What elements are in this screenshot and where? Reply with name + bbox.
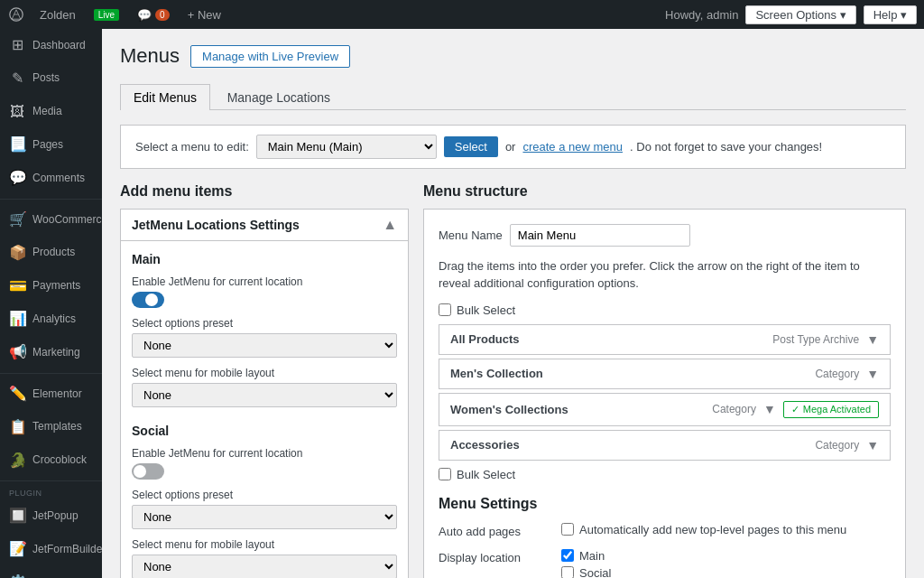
main-enable-toggle[interactable] bbox=[132, 292, 164, 308]
sidebar-item-jetpopup[interactable]: 🔲 JetPopup bbox=[0, 499, 102, 533]
new-content-link[interactable]: + New bbox=[184, 0, 225, 29]
jetengine-icon: ⚙️ bbox=[9, 573, 25, 578]
sidebar-item-products[interactable]: 📦 Products bbox=[0, 237, 102, 270]
jetmenu-postbox-header[interactable]: JetMenu Locations Settings ▲ bbox=[121, 210, 408, 241]
sidebar-item-crocoblock[interactable]: 🐊 Crocoblock bbox=[0, 444, 102, 478]
sidebar-item-payments[interactable]: 💳 Payments bbox=[0, 270, 102, 303]
sidebar-item-comments[interactable]: 💬 Comments bbox=[0, 162, 102, 195]
sidebar-item-pages[interactable]: 📃 Pages bbox=[0, 128, 102, 162]
menu-item-womens-collections[interactable]: Women's Collections Category ▼ ✓ Mega Ac… bbox=[439, 393, 891, 426]
menu-item-name-3: Accessories bbox=[450, 438, 520, 452]
pages-icon: 📃 bbox=[9, 135, 25, 154]
sidebar-item-elementor[interactable]: ✏️ Elementor bbox=[0, 378, 102, 411]
tab-edit-menus[interactable]: Edit Menus bbox=[120, 84, 210, 110]
menu-item-name-2: Women's Collections bbox=[450, 403, 568, 416]
wp-logo[interactable] bbox=[7, 5, 25, 23]
sidebar-item-media[interactable]: 🖼 Media bbox=[0, 96, 102, 129]
bulk-select-bottom: Bulk Select bbox=[439, 468, 891, 481]
sidebar-item-jetformbuilder[interactable]: 📝 JetFormBuilder bbox=[0, 533, 102, 566]
save-reminder-text: . Do not forget to save your changes! bbox=[630, 140, 822, 154]
social-preset-label: Select options preset bbox=[132, 489, 397, 501]
menu-item-arrow-2[interactable]: ▼ bbox=[763, 402, 776, 416]
sidebar-item-posts[interactable]: ✎ Posts bbox=[0, 62, 102, 96]
screen-options-btn[interactable]: Screen Options ▾ bbox=[745, 5, 855, 24]
site-name[interactable]: Zolden bbox=[36, 0, 79, 29]
menu-item-type-0: Post Type Archive bbox=[772, 333, 859, 346]
social-enable-label: Enable JetMenu for current location bbox=[132, 447, 397, 460]
menu-item-right-2: Category ▼ ✓ Mega Activated bbox=[712, 401, 879, 418]
elementor-icon: ✏️ bbox=[9, 385, 25, 404]
menu-item-arrow-0[interactable]: ▼ bbox=[866, 332, 879, 347]
menu-structure-box: Menu Name Drag the items into the order … bbox=[423, 209, 906, 578]
live-badge: Live bbox=[94, 9, 119, 21]
page-title: Menus bbox=[120, 43, 180, 70]
auto-add-value: Automatically add new top-level pages to… bbox=[561, 523, 846, 540]
main-section-title: Main bbox=[132, 252, 397, 266]
drag-instruction: Drag the items into the order you prefer… bbox=[439, 257, 891, 293]
bulk-label-bottom: Bulk Select bbox=[457, 468, 515, 481]
jetformbuilder-icon: 📝 bbox=[9, 540, 25, 559]
mega-activated-badge: ✓ Mega Activated bbox=[783, 401, 879, 418]
bulk-select-top: Bulk Select bbox=[439, 303, 891, 317]
help-btn[interactable]: Help ▾ bbox=[864, 5, 917, 24]
display-location-row: Display location Main Social bbox=[439, 549, 891, 578]
add-menu-items-title: Add menu items bbox=[120, 183, 409, 200]
media-icon: 🖼 bbox=[9, 103, 25, 122]
howdy-text: Howdy, admin bbox=[665, 8, 738, 22]
sidebar-item-jetengine[interactable]: ⚙️ JetEngine bbox=[0, 566, 102, 578]
display-location-value: Main Social bbox=[561, 549, 611, 578]
auto-add-label: Auto add pages bbox=[439, 523, 547, 538]
admin-bar: Zolden Live 💬 0 + New Howdy, admin Scree… bbox=[0, 0, 924, 29]
comments-link[interactable]: 💬 0 bbox=[134, 0, 173, 29]
comment-count: 0 bbox=[155, 9, 170, 21]
sidebar-item-marketing[interactable]: 📢 Marketing bbox=[0, 336, 102, 369]
select-menu-button[interactable]: Select bbox=[444, 136, 498, 157]
tab-manage-locations[interactable]: Manage Locations bbox=[214, 84, 344, 110]
sidebar-item-woocommerce[interactable]: 🛒 WooCommerce bbox=[0, 203, 102, 237]
menu-item-accessories[interactable]: Accessories Category ▼ bbox=[439, 430, 891, 461]
menu-item-mens-collection[interactable]: Men's Collection Category ▼ bbox=[439, 359, 891, 389]
sidebar-item-analytics[interactable]: 📊 Analytics bbox=[0, 303, 102, 336]
location-main-row: Main bbox=[561, 549, 611, 563]
social-preset-select[interactable]: None bbox=[132, 505, 397, 529]
manage-live-btn[interactable]: Manage with Live Preview bbox=[190, 45, 350, 68]
menu-item-all-products[interactable]: All Products Post Type Archive ▼ bbox=[439, 324, 891, 355]
auto-add-checkbox[interactable] bbox=[561, 523, 574, 536]
live-badge-item[interactable]: Live bbox=[90, 0, 123, 29]
menu-structure-title: Menu structure bbox=[423, 183, 906, 200]
location-social-row: Social bbox=[561, 566, 611, 578]
menu-item-right-3: Category ▼ bbox=[815, 438, 879, 452]
menu-settings: Menu Settings Auto add pages Automatical… bbox=[439, 496, 891, 578]
social-enable-toggle[interactable] bbox=[132, 463, 164, 480]
main-preset-select[interactable]: None bbox=[132, 333, 397, 358]
create-menu-link[interactable]: create a new menu bbox=[522, 140, 623, 154]
sidebar-item-templates[interactable]: 📋 Templates bbox=[0, 411, 102, 444]
location-social-checkbox[interactable] bbox=[561, 566, 574, 578]
social-section-title: Social bbox=[132, 424, 397, 438]
bulk-label-top: Bulk Select bbox=[457, 303, 515, 317]
bulk-checkbox-top[interactable] bbox=[439, 303, 451, 316]
menu-name-input[interactable] bbox=[510, 224, 690, 247]
menu-item-arrow-1[interactable]: ▼ bbox=[866, 367, 879, 381]
posts-icon: ✎ bbox=[9, 70, 25, 89]
auto-add-checkbox-label: Automatically add new top-level pages to… bbox=[579, 523, 846, 536]
main-content: Menus Manage with Live Preview Edit Menu… bbox=[102, 29, 924, 578]
main-mobile-label: Select menu for mobile layout bbox=[132, 367, 397, 379]
menu-item-type-3: Category bbox=[815, 439, 859, 452]
sidebar-item-dashboard[interactable]: ⊞ Dashboard bbox=[0, 29, 102, 62]
nav-tabs: Edit Menus Manage Locations bbox=[120, 84, 906, 110]
select-menu-row: Select a menu to edit: Main Menu (Main) … bbox=[120, 125, 906, 169]
social-mobile-select[interactable]: None bbox=[132, 555, 397, 578]
main-enable-label: Enable JetMenu for current location bbox=[132, 275, 397, 288]
bulk-checkbox-bottom[interactable] bbox=[439, 468, 451, 480]
right-column: Menu structure Menu Name Drag the items … bbox=[423, 183, 906, 578]
crocoblock-icon: 🐊 bbox=[9, 452, 25, 471]
location-main-checkbox[interactable] bbox=[561, 549, 574, 562]
menu-item-arrow-3[interactable]: ▼ bbox=[866, 438, 879, 452]
main-mobile-select[interactable]: None bbox=[132, 383, 397, 407]
menu-select[interactable]: Main Menu (Main) bbox=[256, 135, 437, 159]
products-icon: 📦 bbox=[9, 244, 25, 263]
plugin-section-label: PLUGIN bbox=[0, 485, 102, 499]
templates-icon: 📋 bbox=[9, 418, 25, 437]
dashboard-icon: ⊞ bbox=[9, 36, 25, 55]
